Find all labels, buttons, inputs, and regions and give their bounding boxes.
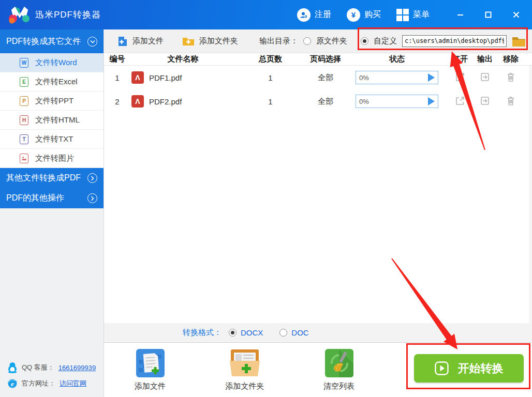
table-row: 1 Λ PDF1.pdf 1 全部 0% xyxy=(104,66,529,89)
sidebar-item-to-ppt[interactable]: P 文件转PPT xyxy=(0,91,104,111)
item-label: 文件转HTML xyxy=(35,115,80,125)
col-header-name: 文件名称 xyxy=(130,54,235,64)
item-label: 文件转Word xyxy=(35,58,77,68)
progress-value: 0% xyxy=(359,74,369,82)
page-range[interactable]: 全部 xyxy=(305,97,346,106)
item-label: 文件转Excel xyxy=(35,77,78,87)
add-folder-icon xyxy=(182,36,195,47)
sidebar-item-to-word[interactable]: W 文件转Word xyxy=(0,53,104,72)
file-list: 1 Λ PDF1.pdf 1 全部 0% xyxy=(104,66,532,323)
output-folder-icon[interactable] xyxy=(480,96,490,106)
open-file-icon[interactable] xyxy=(455,96,465,106)
radio-original-folder[interactable] xyxy=(303,37,311,45)
start-convert-label: 开始转换 xyxy=(458,361,504,376)
register-user-icon xyxy=(297,8,311,22)
radio-original-label[interactable]: 原文件夹 xyxy=(316,36,347,46)
add-folder-big-label: 添加文件夹 xyxy=(226,381,264,391)
radio-custom-label[interactable]: 自定义 xyxy=(374,36,397,46)
official-site-label: 官方网址： xyxy=(22,379,55,388)
play-icon xyxy=(435,361,449,375)
row-number: 1 xyxy=(104,73,130,82)
row-start-icon[interactable] xyxy=(428,97,435,105)
chevron-right-icon xyxy=(87,173,97,183)
sidebar-filler xyxy=(0,208,104,357)
add-file-button[interactable]: 添加文件 xyxy=(117,36,164,47)
file-name: PDF2.pdf xyxy=(149,97,182,106)
pdf-file-icon: Λ xyxy=(131,95,144,108)
sidebar-item-to-txt[interactable]: T 文件转TXT xyxy=(0,130,104,149)
item-label: 文件转图片 xyxy=(35,154,74,163)
minimize-button[interactable] xyxy=(452,7,468,23)
word-doc-icon: W xyxy=(20,58,28,68)
sidebar-section-pdf-ops[interactable]: PDF的其他操作 xyxy=(0,188,104,208)
table-row: 2 Λ PDF2.pdf 1 全部 0% xyxy=(104,89,529,113)
col-header-pages: 总页数 xyxy=(235,54,305,64)
progress-bar: 0% xyxy=(356,95,438,108)
page-range[interactable]: 全部 xyxy=(305,73,346,83)
main-panel: 添加文件 添加文件夹 输出目录： 原文件夹 自定义 xyxy=(104,29,532,397)
add-folder-big-icon xyxy=(229,348,261,378)
clear-list-icon xyxy=(324,348,354,378)
start-convert-button[interactable]: 开始转换 xyxy=(414,354,524,383)
buy-button[interactable]: ¥ 购买 xyxy=(347,8,381,22)
item-label: 文件转PPT xyxy=(35,96,73,106)
window-controls xyxy=(452,7,524,23)
delete-row-icon[interactable] xyxy=(506,72,515,82)
chevron-right-icon xyxy=(87,193,97,203)
clear-list-button[interactable]: 清空列表 xyxy=(311,348,367,391)
format-option-doc[interactable]: DOC xyxy=(279,328,308,337)
format-bar: 转换格式： DOCX DOC xyxy=(104,323,532,343)
official-site-link[interactable]: 访问官网 xyxy=(60,379,86,388)
menu-label: 菜单 xyxy=(413,9,430,20)
sidebar-item-to-html[interactable]: H 文件转HTML xyxy=(0,111,104,130)
add-file-big-button[interactable]: 添加文件 xyxy=(122,348,179,391)
section-label: PDF的其他操作 xyxy=(6,193,64,204)
section-label: 其他文件转换成PDF xyxy=(6,173,81,184)
row-start-icon[interactable] xyxy=(428,73,435,82)
section-label: PDF转换成其它文件 xyxy=(6,36,81,47)
app-logo-icon xyxy=(8,5,31,25)
ppt-doc-icon: P xyxy=(20,96,28,106)
add-folder-big-button[interactable]: 添加文件夹 xyxy=(216,348,273,391)
output-dir-label: 输出目录： xyxy=(259,36,298,46)
progress-bar: 0% xyxy=(356,71,438,84)
delete-row-icon[interactable] xyxy=(506,96,515,106)
clear-list-label: 清空列表 xyxy=(323,381,354,391)
radio-doc[interactable] xyxy=(279,329,287,337)
add-file-label: 添加文件 xyxy=(132,36,164,46)
browse-folder-icon[interactable] xyxy=(512,36,526,47)
sidebar-item-to-excel[interactable]: E 文件转Excel xyxy=(0,72,104,91)
output-folder-icon[interactable] xyxy=(480,72,490,82)
maximize-button[interactable] xyxy=(480,7,496,23)
menu-button[interactable]: 菜单 xyxy=(396,9,430,21)
sidebar-item-to-image[interactable]: 文件转图片 xyxy=(0,149,104,168)
close-button[interactable] xyxy=(508,7,524,23)
yuan-icon: ¥ xyxy=(347,8,360,22)
browser-e-icon: e xyxy=(7,378,18,389)
sidebar-section-pdf-to-other[interactable]: PDF转换成其它文件 xyxy=(0,29,104,53)
row-number: 2 xyxy=(104,97,130,106)
sidebar-section-other-to-pdf[interactable]: 其他文件转换成PDF xyxy=(0,168,104,188)
add-file-big-icon xyxy=(136,348,165,378)
pdf-file-icon: Λ xyxy=(131,71,144,84)
titlebar-nav: 注册 ¥ 购买 菜单 xyxy=(297,8,430,22)
radio-docx[interactable] xyxy=(229,329,237,337)
col-header-status: 状态 xyxy=(346,54,448,64)
register-button[interactable]: 注册 xyxy=(297,8,331,22)
open-file-icon[interactable] xyxy=(455,72,465,82)
output-path-input[interactable] xyxy=(402,35,507,47)
menu-grid-icon xyxy=(396,9,409,21)
add-folder-button[interactable]: 添加文件夹 xyxy=(182,36,238,47)
format-option-docx[interactable]: DOCX xyxy=(229,328,263,337)
register-label: 注册 xyxy=(315,9,331,20)
qq-number-link[interactable]: 1661699939 xyxy=(58,364,96,372)
col-header-open: 打开 xyxy=(448,54,472,64)
qq-service-label: QQ 客服： xyxy=(22,363,54,372)
bottom-bar: 添加文件 添加文件夹 xyxy=(104,343,532,396)
svg-text:e: e xyxy=(11,380,14,388)
item-label: 文件转TXT xyxy=(35,134,73,144)
radio-custom[interactable] xyxy=(361,37,368,45)
html-doc-icon: H xyxy=(20,115,28,125)
sidebar: PDF转换成其它文件 W 文件转Word E 文件转Excel P 文件转PPT… xyxy=(0,29,104,397)
image-icon xyxy=(20,154,28,163)
